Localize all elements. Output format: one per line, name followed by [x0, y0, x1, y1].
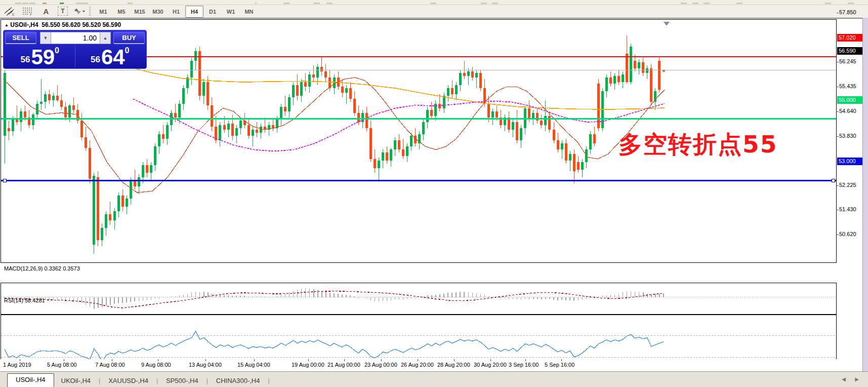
toolbar-partial-icon — [430, 3, 436, 4]
time-axis-tick — [20, 359, 20, 361]
toolbar-partial-icon — [15, 3, 21, 4]
buy-price-quote[interactable]: 56 64 0 — [75, 45, 145, 67]
time-axis-tick — [454, 359, 454, 361]
text-tool-icon[interactable]: A — [39, 6, 53, 16]
price-axis-tick — [837, 87, 839, 87]
macd-label: MACD(12,26,9) 0.3362 0.3573 — [4, 265, 80, 272]
volume-decrease-button[interactable]: ▼ — [40, 32, 51, 44]
tab-separator: | — [155, 377, 159, 387]
text-label-tool-icon[interactable]: T — [58, 7, 68, 16]
toolbar-partial-icon — [825, 3, 831, 4]
fibonacci-retracement-icon[interactable]: F — [21, 6, 34, 16]
tab-separator: | — [98, 377, 101, 387]
price-axis-tick — [837, 210, 839, 210]
timeframe-button-h4[interactable]: H4 — [185, 6, 203, 18]
toolbar-partial-icon — [848, 3, 854, 4]
toolbar-partial-icon — [681, 3, 687, 4]
chart-tab-bar: ◀ ▶ USOil-,H4UKOil-,H4|XAUUSD-,H4|SP500-… — [0, 371, 868, 387]
time-axis-label: 28 Aug 20:00 — [437, 362, 470, 368]
toolbar-separator — [89, 7, 91, 16]
equidistant-channel-icon[interactable]: E — [3, 6, 16, 16]
time-axis-tick — [525, 359, 526, 361]
timeframe-button-m30[interactable]: M30 — [149, 6, 167, 18]
time-axis[interactable]: 1 Aug 20195 Aug 08:007 Aug 08:009 Aug 08… — [1, 359, 837, 371]
open-value: 56.550 — [42, 21, 60, 28]
time-axis-tick — [308, 359, 309, 361]
tab-ukoil-h4[interactable]: UKOil-,H4 — [54, 375, 98, 387]
price-axis-tick — [837, 185, 839, 186]
price-axis-tick — [837, 13, 839, 13]
tab-xauusd-h4[interactable]: XAUUSD-,H4 — [101, 375, 155, 387]
toolbar-partial-icon — [43, 3, 47, 4]
time-axis-tick — [64, 359, 64, 361]
toolbar-partial-icon — [692, 3, 698, 4]
volume-increase-button[interactable]: ▲ — [100, 32, 111, 44]
toolbar-partial-icon — [314, 3, 320, 4]
arrow-objects-icon[interactable] — [73, 6, 86, 16]
time-axis-label: 5 Sep 16:00 — [545, 362, 574, 368]
tab-separator: | — [205, 377, 209, 387]
toolbar-partial-icon — [492, 3, 498, 4]
toolbar-partial-icon — [255, 3, 257, 4]
price-axis-tick — [837, 111, 839, 112]
sell-button[interactable]: SELL — [5, 32, 36, 44]
price-axis-label: 52.225 — [839, 182, 856, 188]
price-axis[interactable]: 57.85056.24555.43554.64053.83052.22551.4… — [837, 19, 862, 371]
time-axis-tick — [418, 359, 418, 361]
time-axis-tick — [344, 359, 345, 361]
time-axis-label: 19 Aug 00:00 — [292, 362, 324, 368]
price-axis-label: 56.245 — [839, 58, 856, 64]
tab-sp500-h4[interactable]: SP500-,H4 — [159, 375, 205, 387]
window-border — [0, 18, 868, 19]
tab-scroll-left-icon[interactable]: ◀ — [842, 376, 846, 382]
volume-input[interactable] — [51, 32, 100, 44]
toolbar-partial-icon — [22, 3, 28, 4]
time-axis-label: 23 Aug 00:00 — [364, 362, 397, 368]
sell-price-quote[interactable]: 56 59 0 — [5, 45, 75, 67]
low-value: 56.520 — [82, 21, 101, 28]
timeframe-button-m15[interactable]: M15 — [131, 6, 149, 18]
buy-button[interactable]: BUY — [113, 32, 145, 44]
timeframe-button-m1[interactable]: M1 — [94, 6, 112, 18]
price-axis-tick — [837, 235, 839, 235]
price-axis-label: 51.430 — [839, 206, 856, 212]
time-axis-label: 13 Aug 04:00 — [189, 362, 222, 368]
toolbar-partial-icon — [481, 3, 487, 4]
timeframe-button-h1[interactable]: H1 — [167, 6, 185, 18]
price-axis-tick — [837, 136, 839, 137]
tab-usoil-h4[interactable]: USOil-,H4 — [7, 373, 54, 387]
timeframe-buttons: M1M5M15M30H1H4D1W1MN — [94, 6, 258, 17]
time-axis-tick — [254, 359, 255, 361]
toolbar-partial-icon — [704, 3, 710, 4]
time-axis-tick — [490, 359, 491, 361]
time-axis-label: 1 Aug 2019 — [3, 362, 31, 368]
symbol-label: USOil-,H4 — [10, 21, 38, 28]
time-axis-label: 21 Aug 00:00 — [327, 362, 360, 368]
timeframe-button-mn[interactable]: MN — [240, 6, 258, 18]
collapse-icon[interactable]: ▲ — [5, 23, 9, 27]
time-axis-label: 9 Aug 08:00 — [141, 362, 171, 368]
mt4-terminal: { "toolbar": { "tools": [ {"name":"equid… — [0, 0, 868, 387]
price-axis-label: 57.850 — [839, 9, 856, 15]
chart-annotation-text: 多空转折点55 — [618, 129, 777, 161]
time-axis-label: 15 Aug 04:00 — [237, 362, 270, 368]
price-axis-badge: 53.000 — [837, 158, 863, 165]
high-value: 56.620 — [62, 21, 80, 28]
toolbar-partial-icon — [60, 3, 64, 4]
time-axis-label: 7 Aug 08:00 — [95, 362, 125, 368]
timeframe-button-m5[interactable]: M5 — [112, 6, 131, 18]
time-axis-label: 26 Aug 20:00 — [401, 362, 434, 368]
tab-scroll-right-icon[interactable]: ▶ — [855, 376, 859, 382]
timeframe-button-w1[interactable]: W1 — [222, 6, 240, 18]
svg-text:F: F — [30, 13, 32, 16]
price-axis-label: 54.640 — [839, 108, 856, 114]
price-axis-badge: 56.590 — [837, 47, 863, 55]
vertical-scrollbar[interactable] — [862, 18, 868, 387]
time-axis-label: 30 Aug 20:00 — [474, 362, 507, 368]
timeframe-button-d1[interactable]: D1 — [203, 6, 222, 18]
time-axis-label: 5 Aug 08:00 — [47, 362, 77, 368]
time-axis-tick — [112, 359, 112, 361]
rsi-label: RSI(14) 58.4281 — [4, 297, 45, 303]
top-toolbar-strip — [0, 0, 868, 5]
tab-china300-h4[interactable]: CHINA300-,H4 — [209, 375, 267, 387]
